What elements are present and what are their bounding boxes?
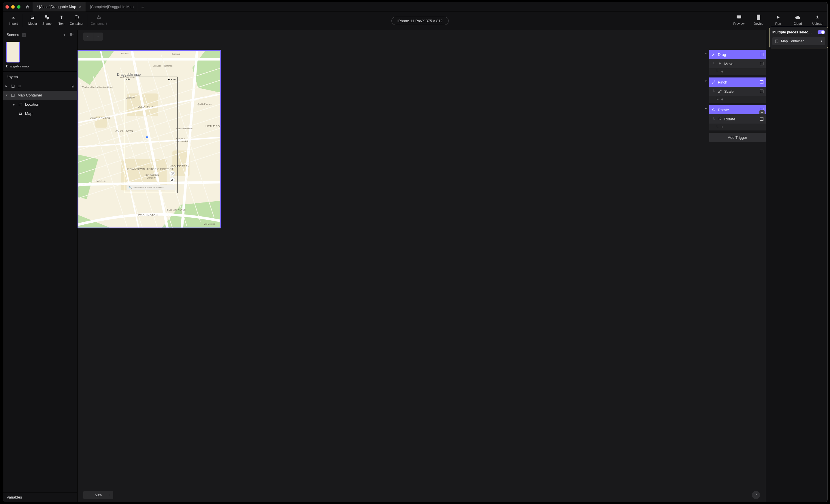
svg-rect-3 xyxy=(738,19,740,19)
close-tab-icon[interactable]: × xyxy=(79,5,82,9)
canvas[interactable]: ← → xyxy=(77,30,766,502)
scenes-title: Scenes xyxy=(7,33,19,37)
trigger-pinch-label: Pinch xyxy=(718,80,727,85)
svg-text:Spartan-Keyes: Spartan-Keyes xyxy=(167,208,185,211)
svg-rect-0 xyxy=(45,15,47,18)
preview-button[interactable]: Preview xyxy=(732,13,746,26)
svg-text:Chaparral: Chaparral xyxy=(177,137,185,140)
layer-ui[interactable]: ▶ UI xyxy=(3,81,77,91)
media-label: Media xyxy=(28,22,37,25)
component-button[interactable]: Component xyxy=(90,13,108,26)
tab-active[interactable]: * [Asset]Draggable Map × xyxy=(33,2,86,11)
minimize-window-button[interactable] xyxy=(11,5,15,9)
chevron-down-icon: ▼ xyxy=(705,107,707,110)
add-action-pinch[interactable]: └＋ xyxy=(709,96,766,103)
svg-text:Supermarket: Supermarket xyxy=(177,140,188,142)
add-scene-button[interactable]: ＋ xyxy=(63,32,66,37)
rotate-icon xyxy=(711,108,715,112)
shape-button[interactable]: Shape xyxy=(40,13,54,26)
toolbar: Import Media Shape Text Container xyxy=(3,12,827,30)
selection-combo-label: Map Container xyxy=(781,39,804,43)
zoom-out-button[interactable]: － xyxy=(83,493,92,498)
lock-icon[interactable] xyxy=(71,85,75,88)
layer-location-label: Location xyxy=(25,102,39,107)
tab-inactive[interactable]: [Complete]Draggable Map xyxy=(86,2,138,11)
back-button[interactable]: ← xyxy=(83,33,93,41)
cloud-label: Cloud xyxy=(794,22,802,25)
shape-icon xyxy=(44,14,50,21)
triggers-panel: ▼ Drag └ Move └＋ xyxy=(709,50,766,142)
cloud-button[interactable]: Cloud xyxy=(791,13,805,26)
layer-map-container[interactable]: ▼ Map Container xyxy=(3,91,77,100)
chevron-down-icon: ▼ xyxy=(705,80,707,83)
action-rotate-label: Rotate xyxy=(724,117,735,121)
component-label: Component xyxy=(91,22,107,25)
import-button[interactable]: Import xyxy=(6,13,21,26)
scene-options-icon[interactable] xyxy=(70,32,74,37)
trigger-checkbox[interactable] xyxy=(760,80,763,84)
zoom-window-button[interactable] xyxy=(17,5,21,9)
container-button[interactable]: Container xyxy=(69,13,85,26)
container-icon xyxy=(18,102,23,107)
add-trigger-button[interactable]: Add Trigger xyxy=(709,133,766,142)
container-icon xyxy=(775,39,779,43)
action-checkbox[interactable] xyxy=(760,117,763,121)
action-rotate[interactable]: ＋ └ Rotate xyxy=(709,114,766,124)
action-checkbox[interactable] xyxy=(760,90,763,93)
map-search-placeholder: Search for a place or address xyxy=(133,186,164,189)
trigger-pinch[interactable]: ▼ Pinch xyxy=(709,77,766,87)
run-button[interactable]: Run xyxy=(771,13,785,26)
device-frame: 9:41 ▮▮ ᯤ ▬ ⓘ ⮝ 🔍 Search for a place or … xyxy=(124,77,178,193)
text-button[interactable]: Text xyxy=(54,13,69,26)
search-icon: 🔍 xyxy=(129,186,132,189)
action-scale[interactable]: └ Scale xyxy=(709,87,766,96)
status-time: 9:41 xyxy=(126,78,130,80)
close-window-button[interactable] xyxy=(5,5,9,9)
layer-map[interactable]: Map xyxy=(3,109,77,119)
tab-inactive-label: [Complete]Draggable Map xyxy=(90,5,134,9)
selection-combo[interactable]: Map Container ▼ xyxy=(772,37,825,45)
upload-label: Upload xyxy=(812,22,823,25)
drag-icon xyxy=(711,53,715,57)
info-icon: ⓘ xyxy=(170,171,175,176)
run-icon xyxy=(776,14,780,21)
home-button[interactable] xyxy=(25,4,30,10)
selection-toggle[interactable] xyxy=(818,30,825,34)
trigger-rotate[interactable]: ▼ Rotate xyxy=(709,105,766,114)
tab-active-label: * [Asset]Draggable Map xyxy=(37,5,76,9)
scene-item[interactable]: Draggable map xyxy=(3,40,77,72)
help-button[interactable]: ? xyxy=(752,491,760,499)
preview-icon xyxy=(736,14,742,21)
add-tab-button[interactable]: ＋ xyxy=(138,2,148,11)
scale-icon xyxy=(718,89,722,93)
action-checkbox[interactable] xyxy=(760,62,763,65)
action-move-label: Move xyxy=(724,62,733,66)
device-selector[interactable]: iPhone 11 Pro/X 375 × 812 xyxy=(391,17,448,25)
svg-text:Wyndham Garden San Jose Airpor: Wyndham Garden San Jose Airport xyxy=(82,86,113,89)
action-move[interactable]: └ Move xyxy=(709,59,766,68)
svg-text:Quality Produce: Quality Produce xyxy=(197,103,212,105)
svg-text:Viet Museum: Viet Museum xyxy=(204,223,216,225)
forward-button[interactable]: → xyxy=(93,33,103,41)
trigger-drag-label: Drag xyxy=(718,53,726,57)
upload-button[interactable]: Upload xyxy=(810,13,825,26)
device-button[interactable]: Device xyxy=(751,13,766,26)
chevron-down-icon: ▼ xyxy=(705,52,707,55)
media-button[interactable]: Media xyxy=(25,13,40,26)
svg-text:La Estrella Market: La Estrella Market xyxy=(177,128,193,130)
layer-ui-label: UI xyxy=(18,84,21,88)
zoom-in-button[interactable]: ＋ xyxy=(105,493,113,498)
stage-selection[interactable]: Alura Inn Domino's San Jose Flea Market … xyxy=(77,50,221,228)
add-action-drag[interactable]: └＋ xyxy=(709,68,766,75)
trigger-drag[interactable]: ▼ Drag xyxy=(709,50,766,59)
action-scale-label: Scale xyxy=(724,89,734,94)
variables-header[interactable]: Variables xyxy=(3,492,77,502)
map-search-input[interactable]: 🔍 Search for a place or address xyxy=(127,184,175,190)
zoom-value[interactable]: 50% xyxy=(92,493,105,497)
trigger-checkbox[interactable] xyxy=(760,53,763,56)
svg-point-1 xyxy=(47,17,49,20)
add-action-rotate[interactable]: └＋ xyxy=(709,124,766,131)
add-chip-icon[interactable]: ＋ xyxy=(759,110,765,114)
component-icon xyxy=(96,14,101,21)
layer-location[interactable]: ▶ Location xyxy=(3,100,77,109)
